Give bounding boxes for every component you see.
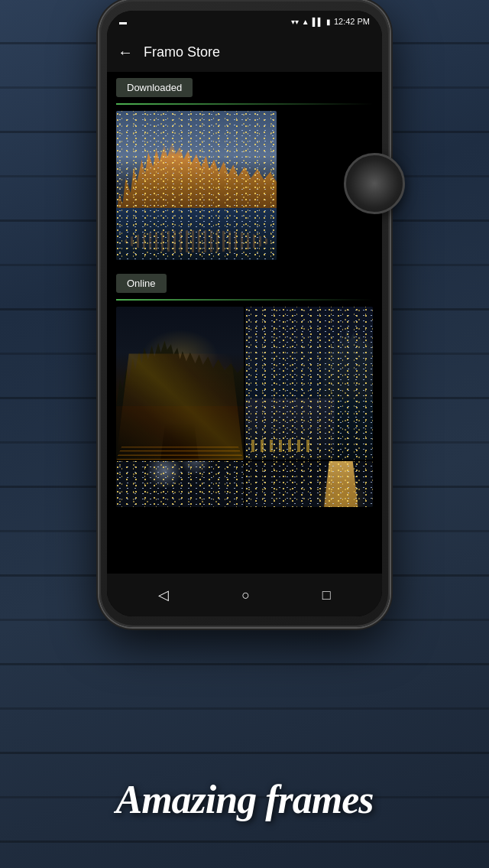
status-time: 12:42 PM: [334, 17, 370, 26]
downloaded-label[interactable]: Downloaded: [116, 78, 193, 97]
back-button[interactable]: ←: [118, 44, 133, 61]
battery-icon: ▮: [326, 18, 331, 26]
decorative-watch: [344, 153, 405, 214]
online-image-2[interactable]: [245, 307, 373, 460]
online-image-4-partial[interactable]: [245, 461, 373, 507]
online-underline: [116, 299, 373, 301]
downloaded-image-1[interactable]: [116, 111, 277, 260]
online-image-3-partial[interactable]: [116, 461, 244, 507]
status-left: ▬: [119, 18, 127, 26]
signal-bars-icon: ▌▌: [313, 18, 323, 26]
tagline-text: Amazing frames: [0, 777, 489, 822]
img-window-lights: [116, 111, 277, 260]
online-label[interactable]: Online: [116, 274, 167, 293]
status-bar: ▬ ▾▾ ▲ ▌▌ ▮ 12:42 PM: [107, 11, 382, 32]
wifi-icon: ▲: [302, 18, 309, 26]
nav-bar: ◁ ○ □: [107, 574, 382, 616]
content-area: Downloaded: [107, 72, 382, 574]
downloaded-underline: [116, 103, 373, 105]
online-section-wrapper: Online: [107, 268, 382, 299]
orange-streaks: [116, 353, 244, 460]
signal-icon: ▾▾: [291, 18, 299, 26]
hongkong-window-lights: [245, 307, 373, 460]
atlanta-image: [116, 307, 244, 460]
notification-icon: ▬: [119, 18, 127, 26]
top-bar: ← Framo Store: [107, 32, 382, 72]
downloaded-section: Downloaded: [107, 72, 382, 260]
downloaded-section-wrapper: Downloaded: [107, 72, 382, 103]
status-right: ▾▾ ▲ ▌▌ ▮ 12:42 PM: [291, 17, 370, 26]
online-image-1[interactable]: [116, 307, 244, 460]
online-image-row-1: [107, 307, 382, 460]
city-dark2-image: [245, 461, 373, 507]
online-image-row-2: [107, 461, 382, 507]
app-title: Framo Store: [144, 44, 220, 60]
phone-device: ▬ ▾▾ ▲ ▌▌ ▮ 12:42 PM ← Framo Store Downl…: [99, 0, 390, 627]
city-dark1-window-lights: [116, 461, 244, 507]
recents-nav-button[interactable]: □: [322, 587, 331, 603]
city-dark1-image: [116, 461, 244, 507]
phone-screen: ▬ ▾▾ ▲ ▌▌ ▮ 12:42 PM ← Framo Store Downl…: [107, 11, 382, 616]
downloaded-image-row: [107, 111, 382, 260]
singapore-image: [116, 111, 277, 260]
bottom-tagline-area: Amazing frames: [0, 777, 489, 822]
city-dark2-window-lights: [245, 461, 373, 507]
back-nav-button[interactable]: ◁: [158, 587, 169, 603]
home-nav-button[interactable]: ○: [241, 587, 250, 603]
online-section: Online: [107, 268, 382, 507]
hongkong-image: [245, 307, 373, 460]
